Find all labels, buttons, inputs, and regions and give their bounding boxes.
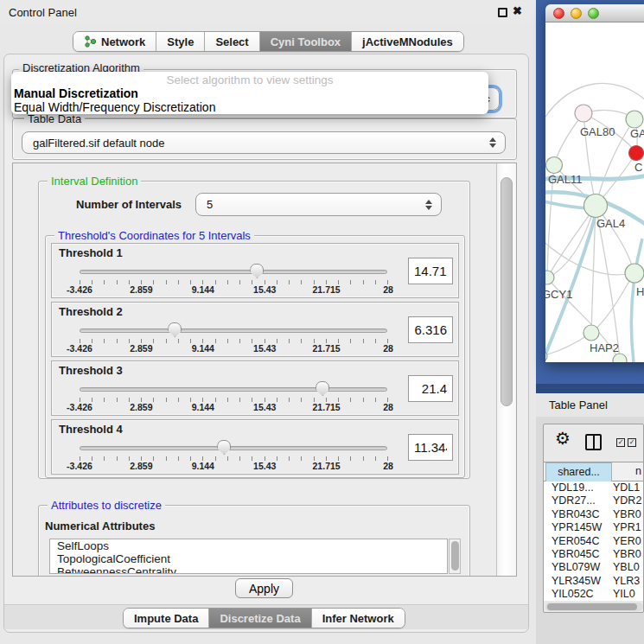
minimize-button[interactable] <box>571 8 582 19</box>
network-node-h[interactable] <box>625 264 644 283</box>
network-node-gal80[interactable] <box>575 105 592 122</box>
tab-jactivemnodules[interactable]: jActiveMNodules <box>352 32 463 51</box>
tab-cyni-toolbox[interactable]: Cyni Toolbox <box>260 32 352 51</box>
attribute-item-selfloops[interactable]: SelfLoops <box>50 539 447 552</box>
tab-select[interactable]: Select <box>205 32 259 51</box>
node-label: C <box>634 161 642 174</box>
tick-label: 2.859 <box>130 402 152 412</box>
top-tab-bar: NetworkStyleSelectCyni ToolboxjActiveMNo… <box>73 31 464 52</box>
network-node[interactable] <box>613 354 627 362</box>
table-row[interactable]: YBL079WYBL0 <box>544 561 644 574</box>
tick-label: 2.859 <box>130 461 152 471</box>
zoom-button[interactable] <box>588 8 599 19</box>
control-panel-titlebar: Control Panel ✖ <box>0 0 536 24</box>
network-node-gal11[interactable] <box>546 157 563 174</box>
tick-label: 28 <box>383 284 393 295</box>
tab-infer-network[interactable]: Infer Network <box>312 609 405 628</box>
network-node-hap2[interactable] <box>583 325 599 341</box>
tick-label: 28 <box>383 402 393 412</box>
tick-label: 2.859 <box>130 284 152 295</box>
threshold-label: Threshold 3 <box>59 364 123 377</box>
slider-thumb[interactable] <box>217 440 231 455</box>
table-row[interactable]: YBR045CYBR0 <box>544 548 644 561</box>
threshold-3-value[interactable] <box>408 375 453 402</box>
threshold-slider[interactable] <box>80 440 387 456</box>
tab-discretize-data[interactable]: Discretize Data <box>209 609 311 628</box>
slider-thumb[interactable] <box>316 381 329 396</box>
network-edge[interactable] <box>545 239 633 275</box>
table-row[interactable]: YLR345WYLR3 <box>544 575 644 588</box>
cell-shared-name: YDR27... <box>544 494 613 507</box>
threshold-2-value[interactable] <box>408 316 453 343</box>
close-button[interactable] <box>553 8 564 19</box>
number-of-intervals-select[interactable]: 5 <box>195 193 442 216</box>
table-body: YDL19...YDL1YDR27...YDR2YBR043CYBR0YPR14… <box>544 481 644 601</box>
dropdown-option-manual-discretization[interactable]: Manual Discretization <box>11 87 488 101</box>
table-row[interactable]: YDL19...YDL1 <box>544 481 644 494</box>
tab-impute-data[interactable]: Impute Data <box>124 609 209 628</box>
slider-track[interactable] <box>80 387 387 392</box>
threshold-slider[interactable] <box>80 322 387 338</box>
slider-track[interactable] <box>80 270 387 274</box>
threshold-4-value[interactable] <box>408 434 453 461</box>
columns-icon[interactable] <box>585 434 602 450</box>
slider-thumb[interactable] <box>168 322 182 337</box>
cell-name: YBL0 <box>613 561 640 573</box>
table-row[interactable]: YER054CYER0 <box>544 535 644 548</box>
network-canvas[interactable]: GAL80GACGAL11GAL4GCY1HHAP2 <box>545 22 644 362</box>
scrollbar-thumb[interactable] <box>451 541 459 571</box>
checkbox-icon[interactable]: ✓ <box>628 438 636 447</box>
table-row[interactable]: YBR043CYBR0 <box>544 508 644 521</box>
network-window: GAL80GACGAL11GAL4GCY1HHAP2 <box>545 4 644 362</box>
network-node-ga[interactable] <box>626 111 643 128</box>
tab-label: Discretize Data <box>220 612 300 625</box>
settings-scrollbar[interactable] <box>496 163 517 577</box>
scrollbar-thumb[interactable] <box>547 603 637 610</box>
node-label: GA <box>630 127 644 140</box>
threshold-slider[interactable] <box>80 381 387 397</box>
dropdown-option-equal-width-frequency-discretization[interactable]: Equal Width/Frequency Discretization <box>11 101 488 115</box>
tick-label: 15.43 <box>253 461 276 471</box>
thresholds-group-title: Threshold's Coordinates for 5 Intervals <box>54 229 254 242</box>
attributes-list-scrollbar[interactable] <box>449 539 461 574</box>
slider-thumb[interactable] <box>250 264 264 278</box>
network-node-gcy1[interactable] <box>545 271 554 284</box>
apply-button[interactable]: Apply <box>235 578 293 598</box>
gear-icon[interactable]: ⚙ <box>555 428 571 449</box>
tick-label: 21.715 <box>313 343 341 354</box>
threshold-slider[interactable] <box>80 264 387 279</box>
column-header-shared[interactable]: shared... <box>545 462 612 482</box>
close-icon[interactable]: ✖ <box>513 4 522 17</box>
slider-track[interactable] <box>80 446 387 450</box>
table-row[interactable]: YIL052CYIL0 <box>544 588 644 601</box>
table-h-scrollbar[interactable] <box>545 603 643 611</box>
table-data-select[interactable]: galFiltered.sif default node <box>22 131 506 154</box>
tab-style[interactable]: Style <box>156 32 205 51</box>
checkbox-icon[interactable]: ✓ <box>616 438 625 447</box>
table-row[interactable]: YDR27...YDR2 <box>544 494 644 507</box>
network-edge-highlighted[interactable] <box>631 239 642 362</box>
attribute-item-betweennesscentrality[interactable]: BetweennessCentrality <box>50 565 447 574</box>
tab-network[interactable]: Network <box>73 32 156 51</box>
network-node-gal4[interactable] <box>584 194 608 218</box>
node-label: GCY1 <box>545 288 572 301</box>
cell-shared-name: YDL19... <box>544 481 613 494</box>
tick-label: 15.43 <box>253 343 276 354</box>
tab-label: Style <box>167 35 194 48</box>
attribute-item-topologicalcoefficient[interactable]: TopologicalCoefficient <box>50 552 447 565</box>
table-row[interactable]: YPR145WYPR1 <box>544 521 644 534</box>
cell-name: YER0 <box>613 535 641 547</box>
tick-label: 9.144 <box>192 402 214 412</box>
network-node-c[interactable] <box>629 146 644 161</box>
spinner-icon <box>488 137 496 148</box>
scrollbar-thumb[interactable] <box>501 177 513 406</box>
threshold-1-value[interactable] <box>408 258 453 284</box>
column-header-name[interactable]: n <box>613 462 644 482</box>
float-panel-icon[interactable] <box>498 8 507 17</box>
node-label: GAL80 <box>580 125 615 138</box>
node-label: GAL4 <box>596 217 625 230</box>
slider-track[interactable] <box>80 328 387 333</box>
cell-name: YPR1 <box>613 521 641 533</box>
cell-shared-name: YLR345W <box>544 575 613 588</box>
tab-label: Network <box>101 35 145 48</box>
